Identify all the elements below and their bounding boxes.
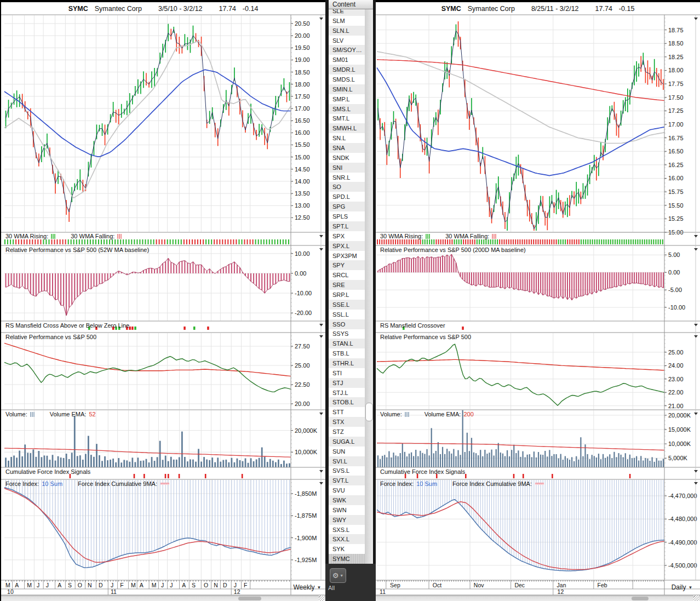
panel-options-dropdown-icon[interactable] [694, 335, 698, 338]
ticker-row[interactable]: SPG [329, 202, 365, 211]
ticker-row[interactable]: SNR.L [329, 173, 365, 182]
gear-button[interactable]: ⚙▼ [330, 568, 346, 583]
ticker-row[interactable]: SPX.L [329, 241, 365, 251]
chevron-down-icon: ▼ [340, 574, 343, 577]
panel-options-dropdown-icon[interactable] [319, 482, 323, 485]
vertical-scrollbar[interactable] [365, 9, 373, 564]
svg-text:-5.00: -5.00 [668, 287, 682, 293]
panel-options-dropdown-icon[interactable] [694, 235, 698, 238]
ticker-row[interactable]: SYMC [329, 554, 365, 564]
ticker-row[interactable]: STI [329, 368, 365, 378]
ticker-row[interactable]: SXX.L [329, 534, 365, 544]
horizontal-scrollbar-thumb[interactable] [238, 597, 261, 600]
panel-options-dropdown-icon[interactable] [319, 235, 323, 238]
ticker-row[interactable]: SO [329, 182, 365, 192]
panel-options-dropdown-icon[interactable] [319, 413, 323, 415]
ticker-row[interactable]: SSYS [329, 329, 365, 339]
ticker-row[interactable]: SWN [329, 505, 365, 515]
ticker-row[interactable]: SRP.L [329, 290, 365, 300]
ticker-row[interactable]: STAN.L [329, 339, 365, 348]
ticker-row[interactable]: SNI [329, 163, 365, 173]
svg-text:J: J [170, 582, 173, 588]
ticker-row[interactable]: SYK [329, 544, 365, 554]
ticker-row[interactable]: STOB.L [329, 397, 365, 407]
svg-text:20.00: 20.00 [295, 32, 310, 39]
ticker-row[interactable]: SMP.L [329, 94, 365, 104]
panel-options-dropdown-icon[interactable] [694, 248, 698, 251]
svg-text:17.00: 17.00 [668, 121, 684, 128]
ticker-row[interactable]: STJ.L [329, 388, 365, 398]
horizontal-scrollbar[interactable] [1, 596, 325, 601]
ticker-row[interactable]: SUN [329, 447, 365, 456]
panel-options-dropdown-icon[interactable] [319, 248, 323, 251]
ticker-row[interactable]: SMWH.L [329, 123, 365, 133]
ticker-row[interactable]: STT [329, 407, 365, 417]
vertical-scrollbar-thumb[interactable] [365, 403, 373, 421]
ticker-row[interactable]: STZ [329, 427, 365, 437]
ticker-row[interactable]: STHR.L [329, 358, 365, 368]
panel-options-dropdown-icon[interactable] [694, 470, 698, 473]
ticker-row[interactable]: SUGA.L [329, 437, 365, 447]
ticker-row[interactable]: SVU [329, 485, 365, 495]
ticker-row[interactable]: SVS.L [329, 466, 365, 476]
ticker-row[interactable]: SPX3PM [329, 251, 365, 261]
svg-text:22.00: 22.00 [668, 389, 684, 396]
resize-grip[interactable] [319, 596, 324, 601]
ticker-row[interactable]: SPY [329, 260, 365, 270]
panel-options-dropdown-icon[interactable] [694, 324, 698, 327]
ticker-row[interactable]: SMDS.L [329, 75, 365, 84]
ticker-row[interactable]: SM/SOY… [329, 45, 365, 55]
svg-text:Sep: Sep [390, 582, 400, 588]
panel-options-dropdown-icon[interactable] [694, 413, 698, 415]
ticker-list[interactable]: SLESLMSLN.LSLVSM/SOY…SM01SMDR.LSMDS.LSMI… [329, 0, 365, 564]
ticker-row[interactable]: STB.L [329, 348, 365, 358]
svg-text:27.50: 27.50 [295, 343, 310, 350]
svg-text:-20.00: -20.00 [295, 310, 312, 316]
ticker-row[interactable]: SRE [329, 280, 365, 290]
ticker-row[interactable]: SMDR.L [329, 65, 365, 75]
horizontal-scrollbar-thumb[interactable] [632, 597, 649, 600]
panel-options-dropdown-icon[interactable] [694, 18, 698, 20]
panel-options-dropdown-icon[interactable] [319, 324, 323, 327]
ticker-row[interactable]: SLM [329, 16, 365, 26]
ticker-row[interactable]: SLV [329, 36, 365, 45]
ticker-row[interactable]: SN.L [329, 133, 365, 143]
ticker-row[interactable]: SSL.L [329, 310, 365, 319]
ticker-row[interactable]: SNDK [329, 153, 365, 163]
timeframe-selector[interactable]: Daily ▼ [668, 581, 696, 593]
ticker-row[interactable]: SSO [329, 319, 365, 329]
ticker-row[interactable]: SXS.L [329, 525, 365, 535]
svg-text:F: F [244, 582, 247, 588]
panel-options-dropdown-icon[interactable] [319, 470, 323, 473]
ticker-row[interactable]: SWK [329, 495, 365, 505]
ticker-row[interactable]: SMS.L [329, 104, 365, 114]
timeframe-selector[interactable]: Weekly ▼ [293, 581, 322, 593]
volume-ema-label: Volume EMA: [50, 411, 87, 417]
ticker-row[interactable]: SRCL [329, 270, 365, 280]
group-all-label[interactable]: All [328, 585, 335, 591]
cfi-panel-title: Cumulative Force Index Signals [5, 468, 90, 475]
panel-options-dropdown-icon[interactable] [319, 18, 323, 20]
ticker-row[interactable]: SPD.L [329, 192, 365, 202]
ticker-row[interactable]: SMIN.L [329, 84, 365, 94]
ticker-row[interactable]: SSE.L [329, 300, 365, 310]
ticker-row[interactable]: SMT.L [329, 113, 365, 123]
weekly-chart-canvas[interactable]: 20.5020.0019.5019.0018.5018.0017.5017.00… [1, 2, 325, 600]
horizontal-scrollbar[interactable] [376, 596, 700, 601]
ticker-row[interactable]: STJ [329, 378, 365, 388]
ticker-row[interactable]: SM01 [329, 55, 365, 65]
daily-chart-canvas[interactable]: 18.7518.5018.2518.0017.7517.5017.2517.00… [376, 2, 700, 600]
ticker-row[interactable]: SVI.L [329, 456, 365, 466]
ticker-row[interactable]: SNA [329, 143, 365, 153]
ticker-row[interactable]: SWY [329, 515, 365, 525]
content-sidebar: SLESLMSLN.LSLVSM/SOY…SM01SMDR.LSMDS.LSMI… [325, 0, 376, 601]
ticker-row[interactable]: STX [329, 417, 365, 427]
panel-options-dropdown-icon[interactable] [319, 335, 323, 338]
panel-options-dropdown-icon[interactable] [694, 482, 698, 485]
ticker-row[interactable]: SLN.L [329, 26, 365, 36]
resize-grip[interactable] [693, 596, 699, 601]
ticker-row[interactable]: SPLS [329, 211, 365, 221]
ticker-row[interactable]: SPT.L [329, 221, 365, 231]
ticker-row[interactable]: SVT.L [329, 476, 365, 485]
ticker-row[interactable]: SPX [329, 231, 365, 241]
